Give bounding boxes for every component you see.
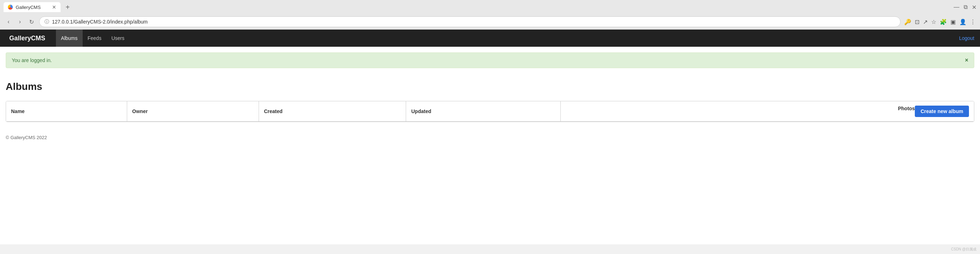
nav-users[interactable]: Users (107, 30, 130, 47)
albums-table-wrapper: Name Owner Created Updated Photos Create… (6, 101, 974, 122)
navbar-brand[interactable]: GalleryCMS (6, 35, 49, 42)
key-icon: 🔑 (904, 19, 911, 26)
col-owner: Owner (127, 101, 259, 121)
url-lock-icon: ⓘ (45, 19, 49, 25)
url-text: 127.0.0.1/GalleryCMS-2.0/index.php/album (52, 19, 895, 25)
alert-close-button[interactable]: × (965, 57, 968, 64)
browser-address-bar: ‹ › ↻ ⓘ 127.0.0.1/GalleryCMS-2.0/index.p… (0, 14, 980, 29)
nav-feeds[interactable]: Feeds (83, 30, 107, 47)
browser-tab[interactable]: GalleryCMS ✕ (3, 2, 60, 12)
nav-albums[interactable]: Albums (56, 30, 83, 47)
bookmark-icon[interactable]: ☆ (931, 19, 936, 26)
col-name: Name (6, 101, 127, 121)
browser-chrome: GalleryCMS ✕ + — ⧉ ✕ ‹ › ↻ ⓘ 127.0.0.1/G… (0, 0, 980, 30)
window-minimize-button[interactable]: — (954, 4, 959, 10)
page-body: GalleryCMS Albums Feeds Users Logout You… (0, 30, 980, 244)
main-content: Albums Name Owner Created Updated Photos… (0, 74, 980, 129)
alert-message: You are logged in. (12, 58, 52, 63)
col-updated: Updated (406, 101, 560, 121)
url-bar[interactable]: ⓘ 127.0.0.1/GalleryCMS-2.0/index.php/alb… (39, 16, 900, 27)
logout-button[interactable]: Logout (959, 35, 974, 41)
navbar: GalleryCMS Albums Feeds Users Logout (0, 30, 980, 47)
page-heading: Albums (6, 81, 974, 93)
window-controls: — ⧉ ✕ (954, 4, 977, 11)
table-header-row: Name Owner Created Updated Photos Create… (6, 101, 974, 121)
new-tab-button[interactable]: + (64, 3, 72, 11)
profile-icon[interactable]: 👤 (959, 19, 966, 26)
footer: © GalleryCMS 2022 (0, 129, 980, 146)
table-header: Name Owner Created Updated Photos Create… (6, 101, 974, 121)
share-icon[interactable]: ↗ (923, 19, 928, 26)
back-button[interactable]: ‹ (4, 18, 13, 26)
translate-icon[interactable]: ⊡ (915, 19, 920, 26)
login-alert: You are logged in. × (6, 53, 974, 68)
window-close-button[interactable]: ✕ (972, 4, 977, 11)
browser-favicon (8, 5, 13, 10)
browser-tab-close[interactable]: ✕ (52, 4, 56, 10)
browser-title-bar: GalleryCMS ✕ + — ⧉ ✕ (0, 0, 980, 14)
col-created: Created (259, 101, 406, 121)
extensions-icon[interactable]: 🧩 (940, 19, 947, 26)
forward-button[interactable]: › (16, 18, 24, 26)
albums-table: Name Owner Created Updated Photos Create… (6, 101, 974, 121)
refresh-button[interactable]: ↻ (27, 18, 36, 26)
col-photos: Photos Create new album (560, 101, 974, 121)
toolbar-icons: 🔑 ⊡ ↗ ☆ 🧩 ▣ 👤 ⋮ (904, 19, 976, 26)
sidebar-icon[interactable]: ▣ (950, 19, 956, 26)
footer-text: © GalleryCMS 2022 (6, 135, 47, 140)
nav-buttons: ‹ › ↻ (4, 18, 36, 26)
browser-tab-title: GalleryCMS (16, 5, 49, 10)
create-album-button[interactable]: Create new album (915, 105, 969, 117)
menu-icon[interactable]: ⋮ (970, 19, 976, 26)
window-restore-button[interactable]: ⧉ (964, 4, 967, 10)
